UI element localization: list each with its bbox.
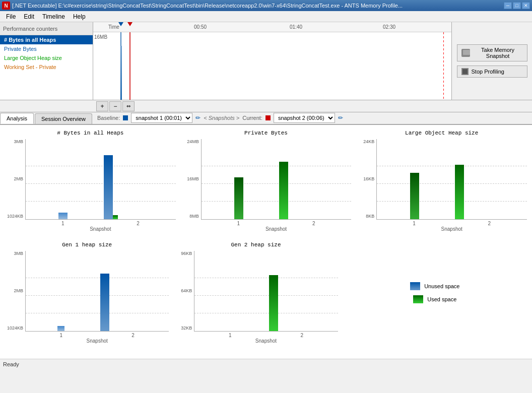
snapshot2-marker-top (127, 22, 132, 26)
zoom-row: + − ⇔ (0, 100, 532, 112)
legend-unused-swatch (410, 282, 420, 290)
snapshot-nav[interactable]: < Snapshots > (204, 115, 239, 121)
right-buttons: Take Memory Snapshot Stop Profiling (451, 22, 532, 100)
chart-bytes-heaps-title: # Bytes in all Heaps (57, 130, 123, 136)
bar-large-s2 (455, 165, 464, 219)
snapshot1-marker-top (118, 22, 123, 26)
ruler-time: Time (108, 24, 119, 30)
charts-row-2: Gen 1 heap size 3MB 2MB 1024KB (5, 242, 527, 344)
top-section: Performance counters # Bytes in all Heap… (0, 22, 532, 100)
chart-bytes-heaps: # Bytes in all Heaps 3MB 2MB 1024KB (5, 130, 176, 232)
menu-timeline[interactable]: Timeline (38, 12, 69, 21)
bar-gen2-s2 (269, 275, 278, 331)
x-labels-gen2: 1 2 (174, 332, 338, 338)
take-snapshot-button[interactable]: Take Memory Snapshot (457, 44, 527, 61)
chart-gen1-plot (25, 251, 169, 332)
x-labels-private: 1 2 (181, 220, 352, 226)
zoom-out-button[interactable]: − (109, 101, 121, 111)
camera-icon (461, 49, 470, 57)
zoom-fit-button[interactable]: ⇔ (122, 101, 135, 111)
x-title-bytes: Snapshot (70, 226, 111, 232)
chart-large-object-title: Large Object Heap size (405, 130, 478, 136)
chart-private-plot (201, 139, 352, 220)
timeline-panel: Time 00:50 01:40 02:30 16MB (93, 22, 451, 100)
counter-large-object[interactable]: Large Object Heap size (0, 53, 93, 62)
snapshot2-line (129, 32, 130, 100)
window-title: [.NET Executable] E:\c#exercise\string\S… (12, 3, 504, 9)
baseline-edit-button[interactable]: ✏ (195, 114, 201, 121)
menu-file[interactable]: File (2, 12, 20, 21)
menu-edit[interactable]: Edit (20, 12, 38, 21)
tab-session-overview[interactable]: Session Overview (35, 113, 92, 124)
close-button[interactable]: ✕ (522, 2, 530, 9)
title-bar: N [.NET Executable] E:\c#exercise\string… (0, 0, 532, 11)
snapshot-controls: Baseline: snapshot 1 (00:01) ✏ < Snapsho… (93, 113, 532, 123)
current-red-square (265, 115, 271, 120)
stop-square (462, 69, 468, 74)
legend-unused: Unused space (410, 282, 459, 290)
y-axis-gen2: 96KB 64KB 32KB (174, 251, 194, 332)
minimize-button[interactable]: ─ (504, 2, 512, 9)
bar-heaps-s1-unused (58, 213, 68, 219)
chart-large-object: Large Object Heap size 24KB 16KB 8KB (356, 130, 527, 232)
app-icon: N (2, 2, 10, 10)
counter-bytes-heaps[interactable]: # Bytes in all Heaps (0, 35, 93, 44)
chart-gen2: Gen 2 heap size 96KB 64KB 32KB 1 (174, 242, 338, 344)
legend-used-swatch (413, 295, 423, 303)
x-labels-bytes: 1 2 (5, 220, 176, 226)
x-title-large: Snapshot (421, 226, 462, 232)
status-bar: Ready (0, 359, 532, 369)
current-label: Current: (242, 115, 262, 121)
counters-header-label: Performance counters (3, 26, 57, 32)
current-select[interactable]: snapshot 2 (00:06) (274, 113, 335, 123)
ruler-mark-3: 02:30 (383, 24, 395, 30)
chart-gen2-body: 96KB 64KB 32KB (174, 251, 338, 332)
legend-unused-label: Unused space (424, 283, 459, 289)
chart-gen1: Gen 1 heap size 3MB 2MB 1024KB (5, 242, 169, 344)
ruler-mark-1: 00:50 (194, 24, 207, 30)
baseline-blue-square (123, 115, 128, 120)
stop-icon (461, 68, 469, 75)
chart-large-plot (376, 139, 527, 220)
left-panel: Performance counters # Bytes in all Heap… (0, 22, 93, 100)
baseline-label: Baseline: (97, 115, 120, 121)
menu-bar: File Edit Timeline Help (0, 11, 532, 22)
menu-help[interactable]: Help (69, 12, 90, 21)
timeline-spike-blue (120, 46, 122, 100)
timeline-chart: 16MB (93, 32, 451, 100)
x-title-gen1: Snapshot (66, 338, 108, 344)
x-title-private: Snapshot (245, 226, 287, 232)
chart-gen1-body: 3MB 2MB 1024KB (5, 251, 169, 332)
current-edit-button[interactable]: ✏ (338, 114, 343, 121)
legend-used-label: Used space (427, 296, 456, 302)
counters-header: Performance counters (0, 22, 93, 35)
chart-private-bytes: Private Bytes 24MB 16MB 8MB (181, 130, 352, 232)
stop-profiling-button[interactable]: Stop Profiling (457, 66, 527, 78)
bar-large-s1 (410, 173, 419, 219)
chart-private-bytes-title: Private Bytes (244, 130, 288, 136)
tab-analysis[interactable]: Analysis (0, 113, 34, 124)
chart-gen2-title: Gen 2 heap size (231, 242, 281, 248)
y-axis-large: 24KB 16KB 8KB (356, 139, 376, 220)
x-title-gen2: Snapshot (235, 338, 277, 344)
counter-private-bytes[interactable]: Private Bytes (0, 44, 93, 53)
counter-working-set[interactable]: Working Set - Private (0, 62, 93, 72)
baseline-select[interactable]: snapshot 1 (00:01) (131, 113, 192, 123)
bar-private-s1 (234, 177, 243, 219)
y-axis-gen1: 3MB 2MB 1024KB (5, 251, 25, 332)
x-labels-gen1: 1 2 (5, 332, 169, 338)
chart-private-body: 24MB 16MB 8MB (181, 139, 352, 220)
charts-row-1: # Bytes in all Heaps 3MB 2MB 1024KB (5, 130, 527, 232)
bar-gen1-s2 (100, 274, 109, 331)
chart-gen2-plot (194, 251, 338, 332)
bar-heaps-s2-used (113, 215, 118, 219)
chart-gen1-title: Gen 1 heap size (62, 242, 112, 248)
y-axis-private: 24MB 16MB 8MB (181, 139, 201, 220)
bar-heaps-s2-unused (104, 155, 113, 219)
legend-panel: Unused space Used space (343, 242, 527, 344)
restore-button[interactable]: □ (513, 2, 521, 9)
zoom-in-button[interactable]: + (96, 101, 108, 111)
chart-bytes-plot (25, 139, 176, 220)
x-labels-large: 1 2 (356, 220, 527, 226)
charts-area: # Bytes in all Heaps 3MB 2MB 1024KB (0, 125, 532, 359)
